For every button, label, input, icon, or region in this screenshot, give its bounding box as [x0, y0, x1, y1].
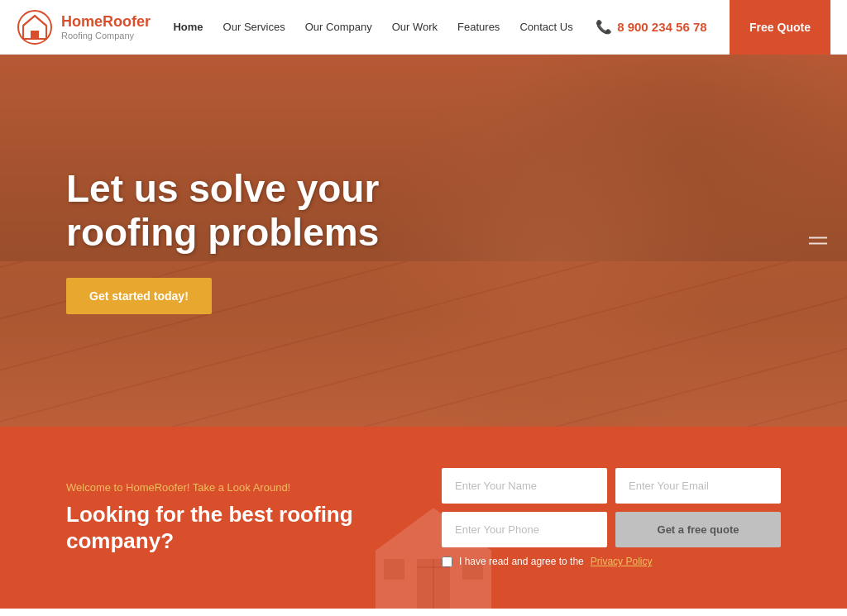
nav-services[interactable]: Our Services	[223, 21, 285, 33]
svg-rect-5	[384, 559, 404, 580]
header: HomeRoofer Roofing Company Home Our Serv…	[0, 0, 847, 55]
free-quote-button[interactable]: Free Quote	[730, 0, 830, 55]
hero-content: Let us solve your roofing problems Get s…	[66, 167, 480, 314]
nav-home[interactable]: Home	[173, 21, 203, 33]
get-free-quote-button[interactable]: Get a free quote	[615, 512, 781, 547]
svg-rect-2	[31, 31, 39, 39]
nav-work[interactable]: Our Work	[392, 21, 438, 33]
phone-number: 8 900 234 56 78	[617, 20, 706, 34]
form-grid: Get a free quote I have read and agree t…	[442, 468, 781, 567]
nav-features[interactable]: Features	[457, 21, 500, 33]
bottom-section: Trust the Experts for All Your Roofing N…	[0, 609, 847, 616]
form-heading: Looking for the best roofing company?	[66, 502, 392, 553]
nav-company[interactable]: Our Company	[305, 21, 372, 33]
form-section: Welcome to HomeRoofer! Take a Look Aroun…	[0, 427, 847, 609]
privacy-checkbox[interactable]	[442, 556, 452, 567]
checkbox-row: I have read and agree to the Privacy Pol…	[442, 556, 781, 567]
form-right-content: Get a free quote I have read and agree t…	[442, 468, 781, 567]
privacy-policy-link[interactable]: Privacy Policy	[591, 556, 653, 567]
hero-cta-button[interactable]: Get started today!	[66, 278, 212, 314]
email-input[interactable]	[615, 468, 781, 504]
logo-icon	[17, 9, 53, 45]
main-nav: Home Our Services Our Company Our Work F…	[173, 21, 572, 33]
hero-section: Let us solve your roofing problems Get s…	[0, 55, 847, 427]
form-left-content: Welcome to HomeRoofer! Take a Look Aroun…	[66, 481, 392, 553]
checkbox-label: I have read and agree to the	[459, 556, 584, 567]
logo-area: HomeRoofer Roofing Company	[17, 9, 151, 45]
nav-contact[interactable]: Contact Us	[519, 21, 572, 33]
hero-menu-lines	[809, 237, 827, 245]
phone-input[interactable]	[442, 512, 607, 547]
phone-area: 📞 8 900 234 56 78	[596, 19, 706, 35]
logo-subtitle: Roofing Company	[61, 31, 151, 41]
logo-title: HomeRoofer	[61, 13, 151, 31]
menu-line-2	[809, 243, 827, 245]
hero-title: Let us solve your roofing problems	[66, 167, 480, 255]
menu-line-1	[809, 237, 827, 239]
phone-icon: 📞	[596, 19, 612, 35]
logo-text-group: HomeRoofer Roofing Company	[61, 13, 151, 41]
name-input[interactable]	[442, 468, 607, 504]
form-tagline: Welcome to HomeRoofer! Take a Look Aroun…	[66, 481, 392, 494]
